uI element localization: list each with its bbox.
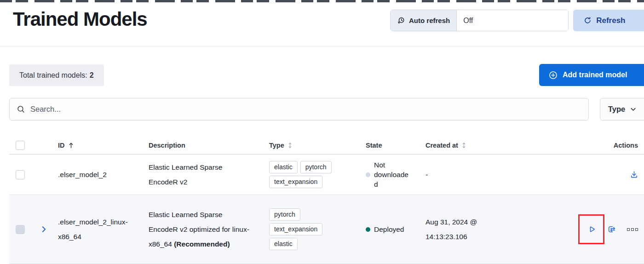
add-trained-model-label: Add trained model <box>563 71 627 79</box>
table-row: .elser_model_2_linux-x86_64 Elastic Lear… <box>9 195 644 264</box>
model-type-tags: elastic pytorch text_expansion <box>265 155 362 195</box>
auto-refresh-value-input[interactable] <box>457 10 568 31</box>
input-output-icon <box>607 225 616 234</box>
refresh-controls: Auto refresh Refresh <box>390 10 644 31</box>
model-description: Elastic Learned Sparse EncodeR v2 <box>145 155 265 195</box>
search-icon <box>17 105 25 114</box>
column-header-description[interactable]: Description <box>145 136 265 154</box>
sortable-icon <box>288 142 293 149</box>
type-tag: elastic <box>269 161 298 173</box>
refresh-button[interactable]: Refresh <box>573 10 644 31</box>
type-tag: pytorch <box>269 208 300 221</box>
box-icon <box>627 228 630 231</box>
trained-models-page: Trained Models Auto refresh <box>0 0 644 264</box>
chevron-down-icon <box>630 106 637 113</box>
refresh-label: Refresh <box>596 16 625 25</box>
type-tag: text_expansion <box>269 223 322 235</box>
column-header-state: State <box>362 136 422 154</box>
model-state: Not downloaded <box>362 155 422 195</box>
column-header-id[interactable]: ID <box>50 136 145 154</box>
type-filter-button[interactable]: Type <box>600 98 644 121</box>
download-model-button[interactable] <box>630 171 638 179</box>
plus-circle-icon <box>548 70 558 80</box>
model-created-at: - <box>422 155 495 195</box>
column-header-type[interactable]: Type <box>265 136 362 154</box>
search-input[interactable] <box>30 105 581 114</box>
sortable-icon <box>461 142 466 149</box>
expand-row-button[interactable] <box>40 225 48 234</box>
table-header-row: ID Description Type State <box>9 136 644 155</box>
search-box[interactable] <box>9 98 589 121</box>
play-icon <box>587 225 596 234</box>
model-id: .elser_model_2_linux-x86_64 <box>50 195 145 264</box>
time-refresh-icon <box>397 17 405 25</box>
row-checkbox-disabled <box>16 225 25 234</box>
start-deployment-button[interactable] <box>587 225 596 234</box>
select-all-checkbox[interactable] <box>16 141 25 150</box>
model-id: .elser_model_2 <box>50 155 145 195</box>
chevron-right-icon <box>40 225 48 233</box>
column-header-created-at[interactable]: Created at <box>422 136 495 154</box>
auto-refresh-label: Auto refresh <box>409 17 450 24</box>
type-tag: elastic <box>269 238 298 250</box>
download-icon <box>630 170 638 179</box>
type-tag: text_expansion <box>269 176 322 188</box>
header-divider <box>0 46 644 46</box>
total-models-value: 2 <box>90 71 94 80</box>
trained-models-table: ID Description Type State <box>9 136 644 264</box>
model-description: Elastic Learned Sparse EncodeR v2 optimi… <box>145 195 265 264</box>
sort-ascending-icon <box>68 142 74 149</box>
all-actions-button[interactable] <box>627 228 638 231</box>
column-header-actions: Actions <box>495 136 644 154</box>
auto-refresh-control[interactable]: Auto refresh <box>390 10 569 31</box>
clipped-text-strip <box>0 0 644 2</box>
test-model-button[interactable] <box>607 225 615 234</box>
page-title: Trained Models <box>13 8 147 30</box>
auto-refresh-prepend[interactable]: Auto refresh <box>391 10 457 31</box>
type-filter-label: Type <box>608 105 625 114</box>
model-created-at: Aug 31, 2024 @ 14:13:23.106 <box>422 195 495 264</box>
table-row: .elser_model_2 Elastic Learned Sparse En… <box>9 155 644 195</box>
box-icon <box>635 228 638 231</box>
refresh-icon <box>583 16 592 25</box>
model-type-tags: pytorch text_expansion elastic <box>265 195 362 264</box>
state-dot-icon <box>366 227 370 232</box>
expand-column-header <box>31 136 50 154</box>
add-trained-model-button[interactable]: Add trained model <box>539 64 644 86</box>
row-checkbox[interactable] <box>16 170 25 179</box>
box-icon <box>631 228 634 231</box>
total-models-badge: Total trained models: 2 <box>9 64 104 86</box>
total-models-label: Total trained models: <box>19 71 87 80</box>
model-state: Deployed <box>362 195 422 264</box>
state-dot-icon <box>366 172 370 177</box>
type-tag: pytorch <box>300 161 332 173</box>
